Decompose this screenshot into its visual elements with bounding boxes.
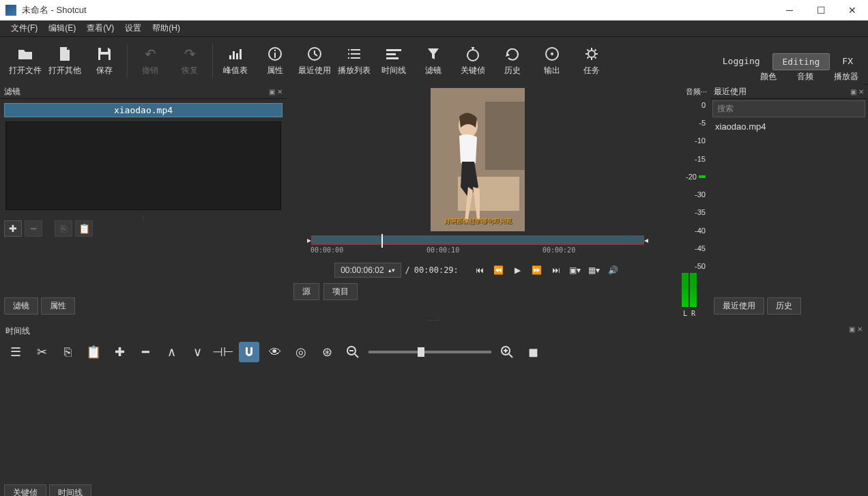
audio-scale-val: -45 <box>695 244 706 252</box>
close-button[interactable]: ✕ <box>837 0 868 20</box>
clock-icon <box>306 45 323 63</box>
open-other-button[interactable]: 打开其他 <box>45 40 85 81</box>
zoom-in-button[interactable] <box>497 342 517 362</box>
redo-icon: ↷ <box>181 45 199 63</box>
timeline-tracks[interactable] <box>0 366 868 482</box>
current-clip-badge[interactable]: xiaodao.mp4 <box>4 103 283 117</box>
redo-button[interactable]: ↷ 恢复 <box>170 40 209 81</box>
add-filter-button[interactable]: ✚ <box>4 220 22 237</box>
snap-button[interactable] <box>239 342 259 362</box>
tab-source[interactable]: 源 <box>293 283 319 300</box>
overwrite-button[interactable]: ∨ <box>187 342 207 362</box>
panel-controls-icon[interactable]: ▣ ✕ <box>849 325 863 337</box>
audio-scale-val: -15 <box>695 155 706 163</box>
volume-button[interactable]: 🔊 <box>606 263 621 278</box>
svg-rect-20 <box>472 47 474 48</box>
logging-mode[interactable]: Logging <box>713 53 770 69</box>
play-button[interactable]: ▶ <box>510 263 525 278</box>
remove-button[interactable]: ━ <box>135 342 156 362</box>
paste-button[interactable]: 📋 <box>83 342 104 362</box>
menu-edit[interactable]: 编辑(E) <box>43 20 81 36</box>
tab-properties[interactable]: 属性 <box>41 297 75 315</box>
skip-end-button[interactable]: ⏭ <box>549 263 564 278</box>
zoom-slider-knob[interactable] <box>418 347 424 357</box>
audio-scale-val: -40 <box>695 227 706 235</box>
tab-keyframes[interactable]: 关键侦 <box>4 484 46 496</box>
append-button[interactable]: ✚ <box>109 342 130 362</box>
timeline-button[interactable]: 时间线 <box>374 40 414 81</box>
spinner-icon[interactable]: ▴▾ <box>388 267 395 274</box>
recent-file-item[interactable]: xiaodao.mp4 <box>710 119 868 134</box>
ripple-all-button[interactable]: ⊛ <box>317 342 337 362</box>
svg-rect-3 <box>233 51 235 59</box>
undo-button[interactable]: ↶ 撤销 <box>130 40 170 81</box>
copy-filter-button[interactable]: ⎘ <box>55 220 72 237</box>
peak-meter-button[interactable]: 峰值表 <box>216 40 255 81</box>
zoom-fit-button[interactable]: ◼ <box>523 342 543 362</box>
drag-handle[interactable]: ⋯⋯ <box>0 317 868 324</box>
export-button[interactable]: 输出 <box>532 40 572 81</box>
svg-rect-4 <box>236 53 238 59</box>
out-marker-icon[interactable]: ◂ <box>644 235 648 245</box>
filter-list[interactable] <box>5 121 281 210</box>
minimize-button[interactable]: ─ <box>774 0 805 20</box>
skip-start-button[interactable]: ⏮ <box>472 263 487 278</box>
current-timecode[interactable]: 00:00:06:02 ▴▾ <box>334 263 401 278</box>
panel-controls-icon[interactable]: ▣ ✕ <box>850 88 864 96</box>
color-label[interactable]: 颜色 <box>760 71 777 83</box>
svg-rect-1 <box>100 55 108 60</box>
scrubber[interactable]: ▸ ◂ 00:00:00 00:00:10 00:00:20 <box>307 235 648 259</box>
ruler-mark: 00:00:00 <box>310 246 343 254</box>
copy-button[interactable]: ⎘ <box>57 342 78 362</box>
scrub-audio-button[interactable]: 👁 <box>265 342 285 362</box>
tab-filters[interactable]: 滤镜 <box>4 297 38 315</box>
paste-filter-button[interactable]: 📋 <box>75 220 93 237</box>
jobs-button[interactable]: 任务 <box>572 40 611 81</box>
zoom-fit-button[interactable]: ▣▾ <box>568 263 583 278</box>
scrub-track[interactable] <box>311 235 644 245</box>
grid-button[interactable]: ▦▾ <box>587 263 602 278</box>
playlist-button[interactable]: 播放列表 <box>334 40 374 81</box>
zoom-out-button[interactable] <box>343 342 363 362</box>
save-button[interactable]: 保存 <box>85 40 124 81</box>
ripple-button[interactable]: ◎ <box>291 342 311 362</box>
menu-view[interactable]: 查看(V) <box>81 20 119 36</box>
menu-file[interactable]: 文件(F) <box>5 20 43 36</box>
audio-label[interactable]: 音频 <box>797 71 813 83</box>
lift-button[interactable]: ∧ <box>161 342 182 362</box>
audio-channels-label: L R <box>669 310 710 317</box>
recent-button[interactable]: 最近使用 <box>295 40 334 81</box>
resize-grip[interactable]: ⋮ <box>0 214 287 220</box>
tab-recent[interactable]: 最近使用 <box>714 297 764 315</box>
maximize-button[interactable]: ☐ <box>805 0 837 20</box>
editing-mode[interactable]: Editing <box>772 53 830 70</box>
split-button[interactable]: ⊣⊢ <box>213 342 233 362</box>
time-ruler[interactable]: 00:00:00 00:00:10 00:00:20 <box>307 246 648 259</box>
rewind-button[interactable]: ⏪ <box>491 263 506 278</box>
video-preview[interactable]: 好啊那你想学哪句即兴呢 <box>431 88 525 231</box>
zoom-slider[interactable] <box>368 351 491 353</box>
fast-forward-button[interactable]: ⏩ <box>530 263 545 278</box>
open-file-button[interactable]: 打开文件 <box>5 40 45 81</box>
menu-button[interactable]: ☰ <box>5 342 26 362</box>
tab-history[interactable]: 历史 <box>767 297 801 315</box>
filters-button[interactable]: 滤镜 <box>414 40 453 81</box>
playhead[interactable] <box>381 234 383 248</box>
preview-area: 好啊那你想学哪句即兴呢 <box>287 85 669 231</box>
player-label[interactable]: 播放器 <box>834 71 858 83</box>
history-button[interactable]: 历史 <box>493 40 532 81</box>
remove-filter-button[interactable]: ━ <box>25 220 42 237</box>
tab-timeline[interactable]: 时间线 <box>49 484 91 496</box>
menu-help[interactable]: 帮助(H) <box>147 20 186 36</box>
menu-settings[interactable]: 设置 <box>119 20 147 36</box>
panel-controls-icon[interactable]: ▣ ✕ <box>269 88 283 96</box>
cut-button[interactable]: ✂ <box>31 342 52 362</box>
properties-button[interactable]: 属性 <box>255 40 295 81</box>
search-input[interactable]: 搜索 <box>712 100 865 117</box>
svg-rect-8 <box>274 50 276 51</box>
keyframes-button[interactable]: 关键侦 <box>453 40 493 81</box>
svg-rect-14 <box>348 57 349 59</box>
tab-project[interactable]: 项目 <box>323 283 358 300</box>
fx-mode[interactable]: FX <box>833 53 863 69</box>
funnel-icon <box>424 45 442 63</box>
